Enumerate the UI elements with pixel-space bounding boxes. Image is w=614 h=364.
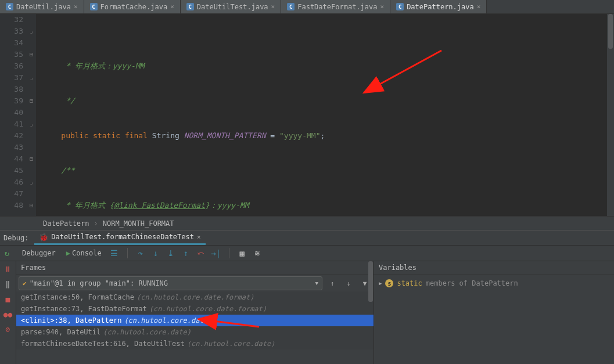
tab-formatcache[interactable]: C FormatCache.java × — [84, 0, 181, 13]
tab-dateutil[interactable]: C DateUtil.java × — [0, 0, 84, 13]
frame-list[interactable]: getInstance:50, FormatCache (cn.hutool.c… — [16, 291, 374, 364]
tab-label: DateUtil.java — [16, 3, 71, 11]
close-icon[interactable]: × — [380, 3, 385, 10]
class-icon: C — [90, 3, 98, 10]
frames-scrollbar[interactable] — [368, 261, 374, 364]
debug-label: Debug: — [3, 234, 28, 242]
bug-icon: 🐞 — [39, 233, 48, 242]
var-static-tail: members of DatePattern — [426, 279, 518, 287]
variable-row[interactable]: ▶ s static members of DatePattern — [379, 277, 609, 289]
tab-label: FormatCache.java — [100, 3, 168, 11]
class-icon: C — [287, 3, 295, 10]
debug-side-toolbar: ⏸ ‖ ■ ●● ⊘ — [0, 261, 16, 364]
evaluate-icon[interactable]: ▦ — [235, 246, 249, 260]
frames-panel: Frames ✔ "main"@1 in group "main": RUNNI… — [16, 261, 374, 364]
frames-header: Frames — [16, 261, 374, 275]
close-icon[interactable]: × — [170, 3, 174, 10]
stop-icon[interactable]: ■ — [0, 291, 16, 307]
debug-toolbar: ↻ Debugger ▶Console ☰ ↷ ↓ ⤓ ↑ ⤺ →| ▦ ≋ — [0, 245, 614, 261]
tab-fastdateformat[interactable]: C FastDateFormat.java × — [281, 0, 390, 13]
check-icon: ✔ — [23, 280, 27, 287]
frame-item[interactable]: getInstance:73, FastDateFormat (cn.hutoo… — [16, 303, 374, 315]
code-area[interactable]: * 年月格式：yyyy-MM */ public static final St… — [36, 14, 614, 216]
static-badge-icon: s — [385, 279, 393, 287]
expand-icon[interactable]: ▶ — [379, 280, 382, 286]
tab-dateutiltest[interactable]: C DateUtilTest.java × — [181, 0, 281, 13]
code-editor[interactable]: 323334 353637 383940 414243 444546 4748 … — [0, 14, 614, 216]
frame-item-selected[interactable]: <clinit>:38, DatePattern (cn.hutool.core… — [16, 315, 374, 326]
view-breakpoints-icon[interactable]: ●● — [0, 307, 16, 322]
tab-label: DatePattern.java — [407, 3, 474, 11]
tab-datepattern[interactable]: C DatePattern.java × — [390, 0, 487, 13]
fold-gutter: ⌟ ⊟⌟ ⊟ ⌟ ⊟⌟ ⊟ — [27, 14, 36, 216]
chevron-down-icon: ▼ — [315, 280, 318, 286]
variables-header: Variables — [374, 261, 614, 275]
run-to-cursor-icon[interactable]: →| — [209, 246, 223, 260]
debug-window-tabbar: Debug: 🐞 DateUtilTest.formatChineseDateT… — [0, 230, 614, 245]
thread-selector[interactable]: ✔ "main"@1 in group "main": RUNNING ▼ — [19, 276, 322, 290]
editor-tabs: C DateUtil.java × C FormatCache.java × C… — [0, 0, 614, 14]
pause-icon[interactable]: ‖ — [0, 276, 16, 291]
tab-label: FastDateFormat.java — [297, 3, 377, 11]
editor-scrollbar[interactable] — [607, 14, 614, 216]
breadcrumb-class[interactable]: DatePattern — [43, 219, 89, 228]
breadcrumb: DatePattern › NORM_MONTH_FORMAT — [0, 216, 614, 230]
console-tab[interactable]: ▶Console — [62, 249, 106, 257]
prev-frame-icon[interactable]: ↑ — [326, 277, 339, 290]
line-number-gutter: 323334 353637 383940 414243 444546 4748 — [0, 14, 27, 216]
var-static-label: static — [397, 279, 422, 287]
mute-breakpoints-icon[interactable]: ⊘ — [0, 322, 16, 337]
step-out-icon[interactable]: ↑ — [179, 246, 193, 260]
step-over-icon[interactable]: ↷ — [134, 246, 148, 260]
debug-session-name: DateUtilTest.formatChineseDateTest — [51, 233, 194, 241]
close-icon[interactable]: × — [197, 233, 201, 241]
more-icon[interactable]: ☰ — [107, 246, 121, 260]
play-icon: ▶ — [66, 249, 70, 257]
rerun-icon[interactable]: ↻ — [0, 246, 14, 260]
force-step-into-icon[interactable]: ⤓ — [164, 246, 178, 260]
trace-icon[interactable]: ≋ — [250, 246, 264, 260]
class-icon: C — [186, 3, 194, 10]
debug-session-tab[interactable]: 🐞 DateUtilTest.formatChineseDateTest × — [34, 230, 205, 245]
thread-name: "main"@1 in group "main": RUNNING — [30, 279, 168, 287]
chevron-right-icon: › — [94, 219, 98, 228]
frame-item[interactable]: parse:940, DateUtil (cn.hutool.core.date… — [16, 326, 374, 338]
class-icon: C — [396, 3, 404, 10]
frame-item[interactable]: formatChineseDateTest:616, DateUtilTest … — [16, 338, 374, 349]
variables-panel: Variables ▶ s static members of DatePatt… — [374, 261, 614, 364]
step-into-icon[interactable]: ↓ — [149, 246, 163, 260]
frame-item[interactable]: getInstance:50, FormatCache (cn.hutool.c… — [16, 291, 374, 303]
drop-frame-icon[interactable]: ⤺ — [194, 246, 208, 260]
close-icon[interactable]: × — [477, 3, 481, 10]
next-frame-icon[interactable]: ↓ — [342, 277, 355, 290]
class-icon: C — [6, 3, 13, 10]
breadcrumb-member[interactable]: NORM_MONTH_FORMAT — [103, 219, 174, 228]
debugger-tab[interactable]: Debugger — [17, 249, 60, 257]
resume-suspend-icon[interactable]: ⏸ — [0, 261, 16, 276]
close-icon[interactable]: × — [74, 3, 78, 10]
tab-label: DateUtilTest.java — [197, 3, 268, 11]
debug-body: ⏸ ‖ ■ ●● ⊘ Frames ✔ "main"@1 in group "m… — [0, 261, 614, 364]
close-icon[interactable]: × — [271, 3, 275, 10]
